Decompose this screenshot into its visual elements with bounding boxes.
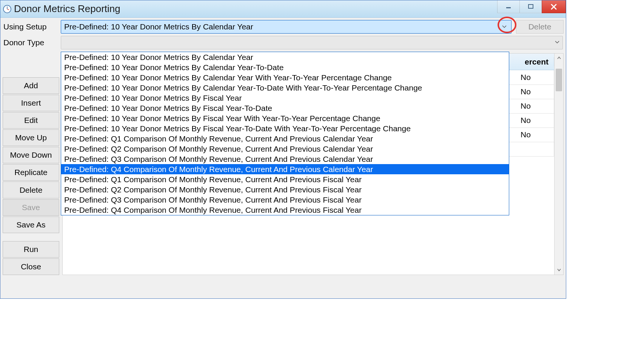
using-setup-label: Using Setup [3,22,61,31]
dropdown-option[interactable]: Pre-Defined: 10 Year Donor Metrics By Fi… [61,113,509,123]
dropdown-option[interactable]: Pre-Defined: Q3 Comparison Of Monthly Re… [61,195,509,205]
insert-button[interactable]: Insert [3,95,59,111]
app-icon [3,5,12,14]
delete-setup-button[interactable]: Delete [516,20,564,34]
setup-select[interactable]: Pre-Defined: 10 Year Donor Metrics By Ca… [61,20,512,34]
run-button[interactable]: Run [3,241,59,258]
scroll-up-icon[interactable] [555,54,563,63]
title-bar: Donor Metrics Reporting [0,0,566,18]
maximize-button[interactable] [519,0,542,13]
close-button[interactable]: Close [3,258,59,275]
dropdown-option[interactable]: Pre-Defined: 10 Year Donor Metrics By Ca… [61,62,509,72]
spacer [3,234,59,240]
dropdown-option[interactable]: Pre-Defined: Q1 Comparison Of Monthly Re… [61,134,509,144]
setup-dropdown-list[interactable]: Pre-Defined: 10 Year Donor Metrics By Ca… [61,52,509,215]
move-down-button[interactable]: Move Down [3,147,59,163]
minimize-button[interactable] [497,0,520,13]
side-button-panel: Add Insert Edit Move Up Move Down Replic… [3,53,59,275]
dropdown-option[interactable]: Pre-Defined: Q2 Comparison Of Monthly Re… [61,144,509,154]
close-window-button[interactable] [542,0,566,13]
delete-button[interactable]: Delete [3,181,59,198]
vertical-scrollbar[interactable] [554,54,563,275]
donor-type-label: Donor Type [3,38,61,47]
scroll-down-icon[interactable] [555,266,563,275]
add-button[interactable]: Add [3,77,59,94]
save-button[interactable]: Save [3,199,59,216]
dropdown-option[interactable]: Pre-Defined: 10 Year Donor Metrics By Fi… [61,93,509,103]
dropdown-option[interactable]: Pre-Defined: Q2 Comparison Of Monthly Re… [61,184,509,195]
dropdown-option[interactable]: Pre-Defined: Q4 Comparison Of Monthly Re… [61,205,509,215]
client-area: Using Setup Pre-Defined: 10 Year Donor M… [0,18,566,298]
window-frame: Donor Metrics Reporting Using Setup Pre-… [0,0,566,299]
donor-type-row: Donor Type [3,36,564,49]
dropdown-option[interactable]: Pre-Defined: 10 Year Donor Metrics By Ca… [61,83,509,93]
save-as-button[interactable]: Save As [3,217,59,233]
window-controls [498,0,566,13]
dropdown-option[interactable]: Pre-Defined: 10 Year Donor Metrics By Fi… [61,123,509,134]
window-title: Donor Metrics Reporting [14,3,120,15]
dropdown-option[interactable]: Pre-Defined: 10 Year Donor Metrics By Ca… [61,72,509,83]
chevron-down-icon [555,40,559,46]
dropdown-option[interactable]: Pre-Defined: 10 Year Donor Metrics By Ca… [61,52,509,62]
dropdown-option[interactable]: Pre-Defined: Q1 Comparison Of Monthly Re… [61,174,509,184]
setup-select-value: Pre-Defined: 10 Year Donor Metrics By Ca… [64,22,501,31]
dropdown-option[interactable]: Pre-Defined: 10 Year Donor Metrics By Fi… [61,103,509,113]
chevron-down-icon [501,25,508,29]
using-setup-row: Using Setup Pre-Defined: 10 Year Donor M… [3,20,564,34]
donor-type-select[interactable] [61,36,563,49]
svg-rect-4 [528,5,533,8]
svg-rect-3 [506,7,511,8]
edit-button[interactable]: Edit [3,112,59,129]
move-up-button[interactable]: Move Up [3,129,59,146]
dropdown-option[interactable]: Pre-Defined: Q3 Comparison Of Monthly Re… [61,154,509,164]
dropdown-option[interactable]: Pre-Defined: Q4 Comparison Of Monthly Re… [61,164,509,174]
scroll-thumb[interactable] [556,69,562,91]
replicate-button[interactable]: Replicate [3,164,59,181]
